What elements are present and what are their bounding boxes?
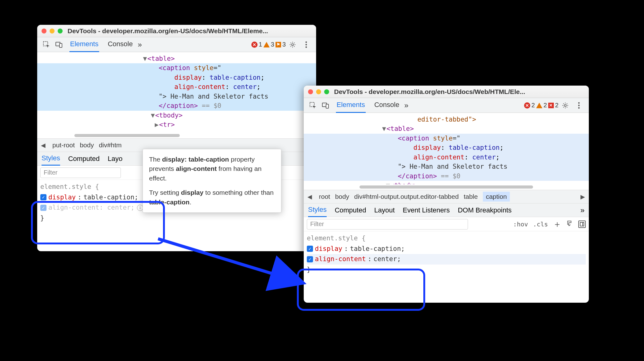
tab-styles[interactable]: Styles [308, 203, 327, 217]
breadcrumb[interactable]: ◀ root body div#html-output.output.edito… [304, 190, 589, 203]
traffic-lights [42, 29, 63, 33]
window-title: DevTools - developer.mozilla.org/en-US/d… [68, 27, 312, 35]
rule-align-content[interactable]: ✓ align-content: center; [307, 254, 586, 265]
inspect-icon[interactable] [309, 101, 317, 110]
crumb-root[interactable]: root [319, 193, 330, 200]
horizontal-scrollbar[interactable] [304, 184, 589, 190]
crumb-div[interactable]: div#htm [99, 141, 122, 149]
tab-layout[interactable]: Layout [374, 204, 395, 217]
svg-point-5 [306, 44, 307, 45]
error-icon: ✕ [524, 102, 530, 109]
devtools-window-after: DevTools - developer.mozilla.org/en-US/d… [304, 86, 589, 303]
svg-point-11 [578, 102, 580, 104]
device-toggle-icon[interactable] [55, 40, 63, 49]
inspect-icon[interactable] [42, 40, 51, 49]
hint-tooltip: The display: table-caption property prev… [143, 149, 281, 213]
close-brace: } [307, 265, 586, 275]
hov-toggle[interactable]: :hov [513, 221, 528, 228]
svg-point-12 [578, 105, 580, 106]
horizontal-scrollbar[interactable] [37, 133, 316, 138]
chevron-left-icon[interactable]: ◀ [39, 140, 47, 150]
status-icons: ✕1 3 ⚑3 [251, 41, 286, 48]
devtools-window-before: DevTools - developer.mozilla.org/en-US/d… [37, 25, 316, 251]
dom-tree[interactable]: ▼<table> <caption style=" display: table… [37, 52, 316, 133]
more-tabs-icon[interactable]: » [404, 101, 408, 110]
tab-console[interactable]: Console [374, 98, 400, 113]
crumb-caption[interactable]: caption [483, 192, 510, 202]
close-icon[interactable] [42, 29, 46, 33]
filter-input[interactable]: Filter [307, 219, 468, 230]
chevron-right-icon[interactable]: ▶ [579, 192, 587, 202]
gear-icon[interactable] [288, 40, 297, 49]
crumb-div[interactable]: div#html-output.output.editor-tabbed [354, 193, 459, 200]
tab-event-listeners[interactable]: Event Listeners [403, 204, 450, 217]
tab-elements[interactable]: Elements [69, 37, 99, 52]
tab-layout[interactable]: Layo [108, 152, 122, 165]
zoom-icon[interactable] [324, 89, 329, 94]
kebab-menu-icon[interactable] [575, 101, 583, 110]
warning-badge[interactable]: 3 [263, 41, 274, 48]
tab-elements[interactable]: Elements [336, 98, 366, 113]
close-brace: } [40, 213, 313, 224]
styles-pane[interactable]: element.style { ✓ display: table-caption… [304, 231, 589, 277]
styles-subtabs: Styles Computed Layout Event Listeners D… [304, 203, 589, 217]
error-badge[interactable]: ✕1 [251, 41, 262, 48]
minimize-icon[interactable] [316, 89, 321, 94]
device-toggle-icon[interactable] [321, 101, 330, 110]
close-icon[interactable] [308, 89, 313, 94]
crumb-body[interactable]: body [335, 193, 349, 200]
devtools-toolbar: Elements Console » ✕2 2 ✕2 [304, 98, 589, 113]
svg-point-10 [564, 104, 566, 106]
rule-display[interactable]: ✓ display: table-caption; [307, 244, 586, 254]
tab-styles[interactable]: Styles [42, 152, 60, 166]
dom-tree[interactable]: editor-tabbed"> ▼<table> <caption style=… [304, 113, 589, 184]
svg-point-3 [292, 43, 293, 45]
tab-computed[interactable]: Computed [335, 204, 366, 217]
crumb-table[interactable]: table [464, 193, 478, 200]
traffic-lights [308, 89, 329, 94]
checkbox-icon[interactable]: ✓ [307, 256, 313, 262]
devtools-toolbar: Elements Console » ✕1 3 ⚑3 [37, 37, 316, 52]
error-badge[interactable]: ✕2 [524, 102, 535, 109]
checkbox-icon[interactable]: ✓ [307, 246, 313, 252]
more-tabs-icon[interactable]: » [138, 40, 142, 49]
issues-badge[interactable]: ✕2 [548, 102, 558, 109]
computed-panel-icon[interactable] [578, 221, 586, 228]
warning-icon [263, 42, 270, 47]
checkbox-icon[interactable]: ✓ [40, 194, 46, 200]
warning-icon [536, 103, 542, 108]
error-icon: ✕ [251, 42, 258, 48]
window-title: DevTools - developer.mozilla.org/en-US/d… [334, 88, 584, 96]
panel-tabs: Elements Console [336, 98, 400, 113]
gear-icon[interactable] [561, 101, 570, 110]
filter-row: Filter :hov .cls ＋ [304, 217, 589, 231]
titlebar: DevTools - developer.mozilla.org/en-US/d… [304, 86, 589, 98]
flag-icon: ✕ [548, 103, 554, 108]
svg-rect-2 [60, 43, 62, 47]
kebab-menu-icon[interactable] [302, 40, 311, 49]
titlebar: DevTools - developer.mozilla.org/en-US/d… [37, 25, 316, 37]
crumb-put-root[interactable]: put-root [52, 141, 75, 149]
minimize-icon[interactable] [50, 29, 55, 33]
filter-input[interactable]: Filter [40, 167, 121, 178]
checkbox-icon[interactable]: ✓ [40, 205, 46, 211]
zoom-icon[interactable] [58, 29, 63, 33]
tab-computed[interactable]: Computed [68, 152, 100, 165]
selector-line: element.style { [307, 233, 586, 244]
paint-icon[interactable] [567, 220, 573, 228]
panel-tabs: Elements Console [69, 37, 133, 52]
svg-point-13 [578, 107, 580, 109]
chevron-left-icon[interactable]: ◀ [306, 192, 314, 202]
tab-dom-breakpoints[interactable]: DOM Breakpoints [458, 204, 512, 217]
more-tabs-icon[interactable]: » [580, 206, 584, 215]
warning-badge[interactable]: 2 [536, 102, 547, 109]
crumb-body[interactable]: body [80, 141, 94, 149]
new-style-rule-icon[interactable]: ＋ [553, 218, 562, 230]
tab-console[interactable]: Console [107, 37, 134, 52]
svg-point-6 [306, 46, 307, 48]
svg-point-4 [306, 41, 307, 43]
status-icons: ✕2 2 ✕2 [524, 102, 558, 109]
issues-badge[interactable]: ⚑3 [276, 41, 286, 48]
svg-rect-9 [326, 104, 329, 108]
cls-toggle[interactable]: .cls [533, 221, 548, 228]
